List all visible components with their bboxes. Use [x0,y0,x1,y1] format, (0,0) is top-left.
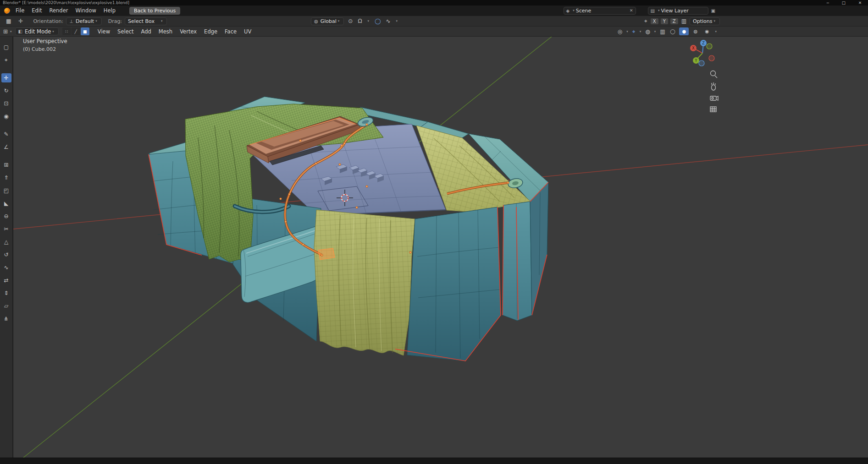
tool-edge-slide[interactable]: ⇄ [1,276,11,285]
shading-wireframe-button[interactable]: ◯ [668,27,677,35]
menu-edge[interactable]: Edge [200,27,221,35]
falloff-curve-icon[interactable]: ∿ [385,18,392,24]
tool-move[interactable]: ✛ [1,73,11,82]
xray-toggle-icon[interactable]: ▥ [659,28,666,35]
viewport-3d[interactable]: User Perspective (0) Cube.002 Z X Y [13,37,868,458]
close-button[interactable]: ✕ [858,0,862,5]
magnet-snap-icon[interactable]: Ω [357,18,363,24]
chevron-down-icon[interactable]: ▾ [368,19,370,23]
tool-rip-region[interactable]: ⋔ [1,314,11,323]
window-controls: ─ □ ✕ [827,0,865,5]
axis-x-toggle[interactable]: X [651,18,658,24]
minimize-button[interactable]: ─ [827,0,829,5]
scene-selector[interactable]: ◈ ▾ Scene ✕ [564,7,636,15]
orientation-dropdown[interactable]: ⊥ Default ▾ [66,17,101,25]
chevron-down-icon[interactable]: ▾ [640,30,641,33]
tool-add-cube[interactable]: ⊞ [1,160,11,169]
menu-add[interactable]: Add [138,27,155,35]
shading-material-button[interactable]: ◍ [691,27,700,35]
tool-annotate[interactable]: ✎ [1,130,11,139]
menu-view[interactable]: View [94,27,114,35]
show-gizmos-icon[interactable]: ⌖ [631,28,636,35]
viewport-canvas[interactable]: User Perspective (0) Cube.002 Z X Y [13,37,868,458]
viewport-header: ⊞ ▾ ◧ Edit Mode ▾ ∷ ╱ ■ View Select Add … [0,26,868,37]
menu-mesh[interactable]: Mesh [155,27,176,35]
scene-name: Scene [576,8,592,14]
chevron-down-icon: ▾ [52,30,54,33]
menu-face[interactable]: Face [221,27,240,35]
vertex-select-button[interactable]: ∷ [62,27,71,35]
maximize-button[interactable]: □ [842,0,846,5]
menu-edit[interactable]: Edit [28,7,45,15]
tool-poly-build[interactable]: △ [1,237,11,246]
menu-render[interactable]: Render [46,7,72,15]
edge-select-button[interactable]: ╱ [72,27,80,35]
axis-y-toggle[interactable]: Y [661,18,668,24]
tool-inset-faces[interactable]: ◰ [1,186,11,195]
menu-select[interactable]: Select [114,27,137,35]
snap-target-icon[interactable]: ⊙ [347,18,354,24]
mirror-icon[interactable]: ▥ [680,18,687,24]
chevron-down-icon[interactable]: ▾ [626,30,628,33]
drag-dropdown[interactable]: Select Box ▾ [125,17,167,25]
edit-mode-icon: ◧ [18,29,22,34]
selected-face[interactable] [318,248,335,260]
view-layer-selector[interactable]: ▤ ▾ View Layer [648,7,708,15]
tool-spin[interactable]: ↺ [1,250,11,259]
active-tool-icon[interactable]: ▦ [6,18,11,24]
model-yellow-band-front[interactable] [314,210,415,355]
back-to-previous-button[interactable]: Back to Previous [129,7,180,15]
chevron-down-icon[interactable]: ▾ [715,30,717,33]
tool-smooth[interactable]: ∿ [1,263,11,272]
menu-window[interactable]: Window [72,7,100,15]
workspace: ▢ ⌖ ✛ ↻ ⊡ ◉ ✎ ∠ ⊞ ⇑ ◰ ◣ ⊖ ✂ △ ↺ ∿ ⇄ ⇕ ▱ … [0,37,868,458]
menu-vertex[interactable]: Vertex [176,27,200,35]
transform-orientation-dropdown[interactable]: ◍ Global ▾ [311,17,344,25]
tool-extrude-region[interactable]: ⇑ [1,173,11,182]
options-dropdown[interactable]: Options ▾ [690,17,720,25]
tool-shear[interactable]: ▱ [1,301,11,311]
tool-transform[interactable]: ◉ [1,112,11,121]
shading-rendered-button[interactable]: ◉ [702,27,712,35]
viewport-display-cluster: ◎ ▾ ⌖ ▾ ◍ ▾ ▥ ◯ ● ◍ ◉ ▾ [617,27,718,35]
mode-dropdown[interactable]: ◧ Edit Mode ▾ [15,27,59,35]
menu-bar: File Edit Render Window Help Back to Pre… [0,5,868,16]
new-view-layer-icon[interactable]: ▣ [711,8,715,13]
gizmo-y-neg-axis[interactable] [707,44,712,49]
blender-logo-icon[interactable] [4,8,10,14]
tool-bevel[interactable]: ◣ [1,199,11,208]
axis-z-toggle[interactable]: Z [670,18,678,24]
chevron-down-icon: ▾ [573,9,575,12]
tool-rotate[interactable]: ↻ [1,86,11,95]
tool-shrink-fatten[interactable]: ⇕ [1,289,11,298]
gizmo-x-label: X [692,46,695,50]
scene-unlink-icon[interactable]: ✕ [630,8,633,13]
chevron-down-icon[interactable]: ▾ [396,19,398,23]
gizmo-x-neg-axis[interactable] [709,55,714,61]
chevron-down-icon: ▾ [658,9,660,12]
show-overlays-icon[interactable]: ◍ [644,28,651,35]
move-tool-icon[interactable]: ✛ [18,18,23,24]
face-select-button[interactable]: ■ [81,27,89,35]
menu-help[interactable]: Help [100,7,119,15]
mode-value: Edit Mode [25,28,51,35]
tool-measure[interactable]: ∠ [1,142,11,152]
tool-cursor[interactable]: ⌖ [1,55,11,65]
tool-loop-cut[interactable]: ⊖ [1,212,11,221]
menu-uv[interactable]: UV [240,27,255,35]
chevron-down-icon[interactable]: ▾ [654,30,656,33]
editor-type-icon[interactable]: ⊞ [2,28,9,35]
gizmo-z-neg-axis[interactable] [699,60,704,66]
pivot-point-icon[interactable]: ⌖ [643,18,648,24]
tool-select-box[interactable]: ▢ [1,43,11,52]
chevron-down-icon: ▾ [713,19,715,23]
visibility-icon[interactable]: ◎ [617,28,623,35]
tool-scale[interactable]: ⊡ [1,99,11,108]
menu-file[interactable]: File [12,7,28,15]
orientation-label: Orientation: [33,18,63,24]
gizmo-y-label: Y [695,59,697,63]
scene-selectors: ◈ ▾ Scene ✕ ▤ ▾ View Layer ▣ [564,7,715,15]
shading-solid-button[interactable]: ● [679,27,689,35]
tool-knife[interactable]: ✂ [1,224,11,234]
proportional-editing-icon[interactable]: ◯ [374,18,381,24]
